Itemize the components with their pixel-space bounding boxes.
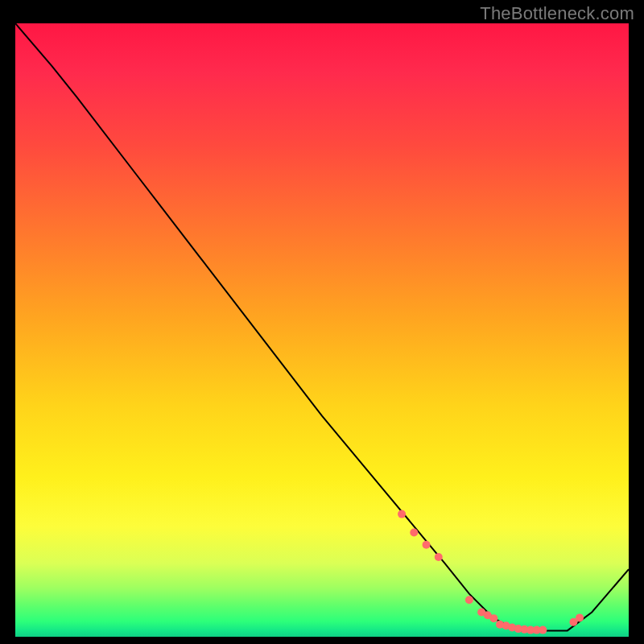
curve-layer (15, 23, 629, 637)
plot-area (15, 23, 629, 637)
line-series (15, 23, 629, 630)
chart-container: TheBottleneck.com (0, 0, 644, 644)
marker-dot (398, 510, 406, 518)
marker-dot (423, 541, 431, 549)
marker-dot (410, 528, 418, 536)
marker-dot (465, 596, 473, 604)
marker-dot (435, 553, 443, 561)
marker-dot (576, 613, 584, 621)
marker-series (398, 510, 584, 634)
watermark-label: TheBottleneck.com (480, 3, 634, 24)
marker-dot (539, 626, 547, 634)
marker-dot (489, 614, 497, 622)
curve-line (15, 23, 629, 630)
